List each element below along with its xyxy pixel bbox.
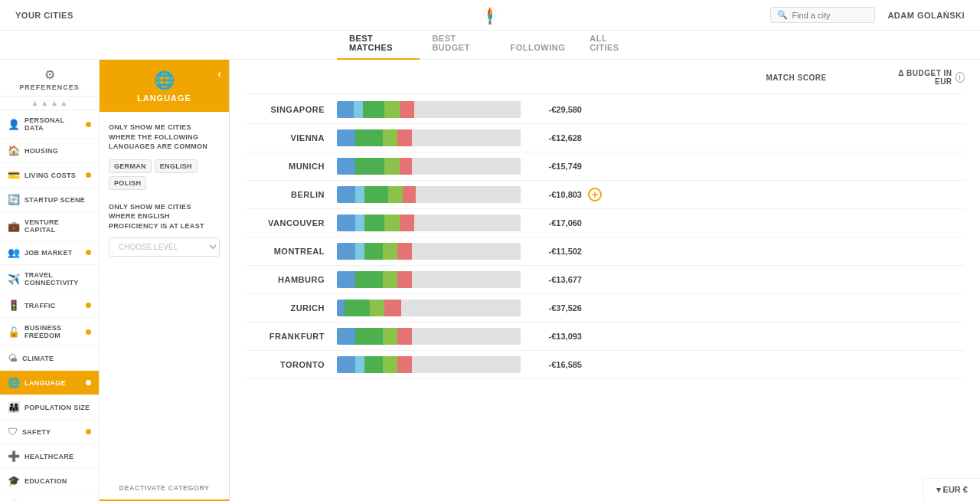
sidebar-item-education[interactable]: 🎓EDUCATION — [0, 469, 99, 493]
population-size-icon: 👨‍👩‍👧 — [8, 401, 20, 413]
job-market-icon: 👥 — [8, 247, 20, 258]
city-name: ZURICH — [245, 303, 337, 313]
tab-following[interactable]: FOLLOWING — [498, 37, 578, 60]
language-tag[interactable]: GERMAN — [109, 159, 152, 173]
add-city-button[interactable]: + — [588, 188, 602, 201]
panel-language-tags: GERMANENGLISHPOLISH — [109, 159, 220, 190]
bar-segment — [397, 271, 412, 288]
deactivate-button[interactable]: DEACTIVATE CATEGORY — [100, 484, 229, 492]
business-freedom-icon: 🔓 — [8, 326, 20, 338]
city-row: BERLIN-€10,803+ — [245, 181, 965, 209]
sidebar-item-dot-personal-data — [86, 122, 91, 127]
budget-value: -€15,749 — [521, 162, 582, 171]
english-proficiency-select[interactable]: CHOOSE LEVEL Basic Intermediate Advanced — [109, 237, 220, 257]
sidebar-item-label-living-costs: LIVING COSTS — [24, 172, 81, 179]
sidebar-item-traffic[interactable]: 🚦TRAFFIC — [0, 293, 99, 318]
preferences-icon: ⚙ — [44, 67, 55, 82]
panel-header: 🌐 LANGUAGE — [100, 60, 229, 112]
match-score-bar — [337, 186, 521, 203]
main-layout: ⚙ PREFERENCES ▲ ▲ ▲ ▲ 👤PERSONAL DATA🏠HOU… — [0, 60, 980, 501]
match-score-bar — [337, 243, 521, 260]
city-row: FRANKFURT-€13,093 — [245, 323, 965, 351]
language-tag[interactable]: ENGLISH — [155, 159, 198, 173]
bar-segment — [397, 243, 412, 260]
sidebar-item-travel-connectivity[interactable]: ✈️TRAVEL CONNECTIVITY — [0, 265, 99, 293]
panel-close-button[interactable]: ‹ — [217, 67, 221, 80]
city-name: MUNICH — [245, 162, 337, 171]
sidebar-item-business-freedom[interactable]: 🔓BUSINESS FREEDOM — [0, 318, 99, 346]
sidebar-item-housing[interactable]: 🏠HOUSING — [0, 139, 99, 163]
sidebar-item-label-healthcare: HEALTHCARE — [24, 453, 91, 460]
bar-segment — [364, 243, 383, 260]
sidebar-item-dot-business-freedom — [86, 329, 91, 335]
housing-icon: 🏠 — [8, 145, 20, 156]
sidebar-item-safety[interactable]: 🛡SAFETY — [0, 420, 99, 444]
sidebar-item-living-costs[interactable]: 💳LIVING COSTS — [0, 163, 99, 188]
city-row: VIENNA-€12,628 — [245, 124, 965, 152]
preferences-header: ⚙ PREFERENCES — [0, 60, 99, 97]
bar-segment — [345, 300, 371, 316]
search-icon: 🔍 — [777, 10, 788, 20]
city-name: SINGAPORE — [245, 105, 337, 114]
match-score-bar — [337, 101, 521, 118]
bar-segment — [397, 129, 412, 146]
sidebar-item-job-market[interactable]: 👥JOB MARKET — [0, 241, 99, 265]
sidebar-item-label-venture-capital: VENTURE CAPITAL — [24, 218, 91, 234]
sidebar-item-personal-data[interactable]: 👤PERSONAL DATA — [0, 110, 99, 139]
search-box[interactable]: 🔍 — [770, 7, 875, 23]
bar-segment — [383, 328, 397, 345]
bar-segment — [355, 129, 383, 146]
sidebar-item-climate[interactable]: 🌤CLIMATE — [0, 346, 99, 371]
sidebar-item-startup-scene[interactable]: 🔄STARTUP SCENE — [0, 188, 99, 212]
budget-value: -€17,060 — [521, 218, 582, 228]
sidebar-item-label-population-size: POPULATION SIZE — [24, 404, 91, 411]
education-icon: 🎓 — [8, 475, 20, 486]
living-costs-icon: 💳 — [8, 169, 20, 181]
sidebar-item-dot-language — [86, 380, 91, 385]
sidebar-item-language[interactable]: 🌐LANGUAGE — [0, 371, 99, 395]
tab-best-budget[interactable]: BEST BUDGET — [420, 28, 498, 60]
traffic-icon: 🚦 — [8, 300, 20, 311]
bar-segment — [412, 328, 521, 345]
budget-value: -€13,677 — [521, 275, 582, 284]
budget-value: -€29,580 — [521, 105, 582, 114]
healthcare-icon: ➕ — [8, 450, 20, 462]
sidebar: ⚙ PREFERENCES ▲ ▲ ▲ ▲ 👤PERSONAL DATA🏠HOU… — [0, 60, 100, 501]
bar-segment — [337, 300, 345, 316]
sidebar-item-pollution[interactable]: 💨POLLUTION — [0, 493, 99, 501]
language-tag[interactable]: POLISH — [109, 176, 146, 190]
bar-segment — [364, 214, 384, 231]
currency-selector[interactable]: ▾ EUR € — [923, 478, 980, 501]
svg-rect-2 — [488, 24, 492, 25]
sidebar-item-healthcare[interactable]: ➕HEALTHCARE — [0, 444, 99, 469]
bar-segment — [355, 243, 364, 260]
sidebar-item-label-job-market: JOB MARKET — [24, 249, 81, 257]
your-cities-label: YOUR CITIES — [15, 11, 74, 20]
sidebar-item-venture-capital[interactable]: 💼VENTURE CAPITAL — [0, 212, 99, 241]
city-name: VIENNA — [245, 133, 337, 142]
bar-segment — [414, 214, 521, 231]
search-input[interactable] — [792, 11, 868, 20]
city-row: SINGAPORE-€29,580 — [245, 96, 965, 124]
budget-info-icon[interactable]: i — [956, 72, 965, 83]
sidebar-item-dot-safety — [86, 429, 91, 434]
match-score-bar — [337, 214, 521, 231]
bar-segment — [400, 214, 414, 231]
city-name: FRANKFURT — [245, 332, 337, 341]
sidebar-item-population-size[interactable]: 👨‍👩‍👧POPULATION SIZE — [0, 395, 99, 420]
user-name: ADAM GOLAŃSKI — [887, 11, 965, 20]
bar-segment — [416, 186, 521, 203]
city-row: TORONTO-€16,585 — [245, 351, 965, 379]
match-score-label: MATCH SCORE — [704, 74, 888, 82]
bar-segment — [383, 356, 397, 373]
bar-segment — [384, 214, 399, 231]
match-score-bar — [337, 158, 521, 175]
sidebar-item-label-education: EDUCATION — [24, 477, 91, 485]
bar-segment — [412, 158, 521, 175]
bar-segment — [388, 186, 403, 203]
budget-value: -€11,502 — [521, 247, 582, 256]
tab-best-matches[interactable]: BEST MATCHES — [337, 28, 420, 60]
sidebar-item-dot-living-costs — [86, 172, 91, 178]
tab-all-cities[interactable]: ALL CITIES — [577, 28, 643, 60]
budget-value: -€10,803 — [521, 190, 582, 199]
